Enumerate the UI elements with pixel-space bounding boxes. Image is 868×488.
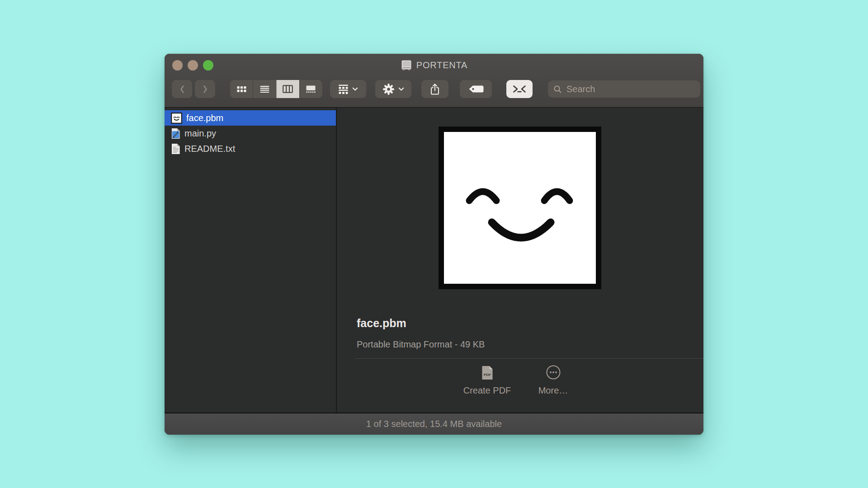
column-view-icon bbox=[283, 85, 293, 93]
file-name: face.pbm bbox=[186, 113, 223, 123]
squint-face-icon bbox=[512, 84, 527, 94]
more-actions-label: More… bbox=[538, 385, 568, 396]
create-pdf-button[interactable]: PDF Create PDF bbox=[462, 364, 513, 396]
more-actions-button[interactable]: More… bbox=[528, 364, 579, 396]
back-button[interactable] bbox=[172, 80, 192, 98]
window-chrome: PORTENTA bbox=[165, 54, 703, 108]
title-bar[interactable]: PORTENTA bbox=[165, 54, 703, 76]
file-row-main-py[interactable]: main.py bbox=[165, 126, 336, 141]
preview-pane: face.pbm Portable Bitmap Format - 49 KB … bbox=[337, 108, 703, 413]
file-name: main.py bbox=[184, 128, 216, 139]
create-pdf-label: Create PDF bbox=[463, 385, 511, 396]
chevron-down-icon bbox=[398, 87, 404, 91]
list-view-icon bbox=[260, 85, 269, 93]
quick-actions: PDF Create PDF More… bbox=[337, 364, 703, 396]
icon-view-icon bbox=[237, 85, 246, 93]
text-document-icon bbox=[171, 143, 180, 155]
status-text: 1 of 3 selected, 15.4 MB available bbox=[366, 419, 502, 429]
icon-view-button[interactable] bbox=[230, 80, 253, 98]
search-field[interactable] bbox=[548, 80, 700, 98]
squint-face-app-button[interactable] bbox=[506, 80, 533, 98]
group-by-button[interactable] bbox=[330, 80, 366, 98]
smiley-face-graphic bbox=[444, 132, 596, 284]
python-document-icon bbox=[171, 128, 180, 139]
bitmap-thumbnail-icon bbox=[171, 113, 182, 124]
toolbar bbox=[165, 76, 703, 108]
window-title: PORTENTA bbox=[416, 60, 467, 70]
gallery-view-button[interactable] bbox=[299, 80, 322, 98]
chevron-down-icon bbox=[352, 87, 358, 91]
forward-icon bbox=[203, 85, 208, 94]
gallery-view-icon bbox=[306, 85, 316, 93]
finder-window: PORTENTA bbox=[165, 54, 703, 435]
view-mode-segmented-control bbox=[230, 80, 322, 98]
gear-icon bbox=[383, 84, 394, 95]
preview-file-name: face.pbm bbox=[357, 317, 406, 330]
external-drive-icon bbox=[401, 60, 412, 70]
share-icon bbox=[429, 83, 440, 95]
pdf-document-icon: PDF bbox=[481, 364, 493, 380]
back-icon bbox=[179, 85, 185, 94]
list-view-button[interactable] bbox=[253, 80, 276, 98]
file-row-readme-txt[interactable]: README.txt bbox=[165, 141, 336, 156]
preview-image-smiley-bitmap bbox=[439, 127, 601, 289]
file-list-column: face.pbm main.py bbox=[165, 108, 337, 413]
file-name: README.txt bbox=[184, 144, 235, 154]
tag-icon bbox=[468, 84, 484, 94]
column-view-button[interactable] bbox=[276, 80, 299, 98]
svg-text:PDF: PDF bbox=[484, 373, 491, 377]
tags-button[interactable] bbox=[460, 80, 492, 98]
search-input[interactable] bbox=[566, 84, 695, 95]
forward-button[interactable] bbox=[195, 80, 215, 98]
preview-divider bbox=[355, 358, 703, 359]
status-bar: 1 of 3 selected, 15.4 MB available bbox=[165, 413, 703, 435]
action-menu-button[interactable] bbox=[375, 80, 411, 98]
search-icon bbox=[553, 85, 562, 94]
ellipsis-circle-icon bbox=[546, 364, 561, 380]
file-row-face-pbm[interactable]: face.pbm bbox=[165, 110, 336, 126]
window-title-area: PORTENTA bbox=[165, 54, 703, 76]
preview-file-info: Portable Bitmap Format - 49 KB bbox=[357, 339, 485, 350]
share-button[interactable] bbox=[421, 80, 448, 98]
group-icon bbox=[339, 84, 348, 94]
